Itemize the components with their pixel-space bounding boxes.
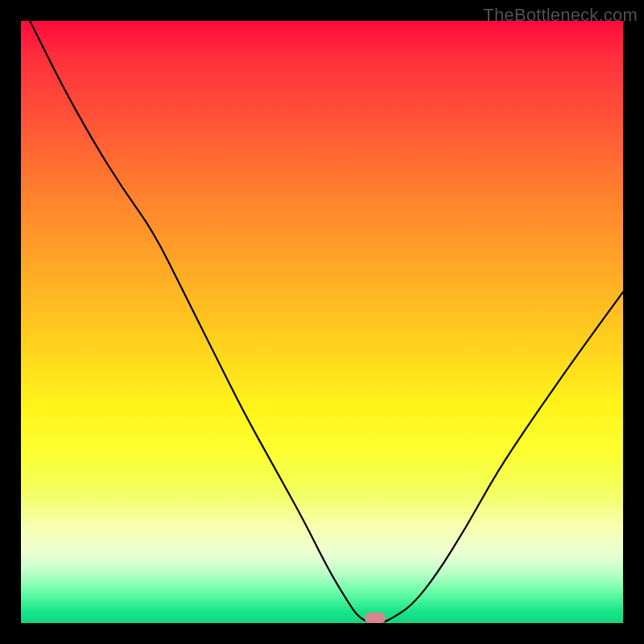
plot-area [21, 21, 623, 623]
bottleneck-curve [21, 21, 623, 623]
watermark-text: TheBottleneck.com [483, 5, 638, 26]
chart-container: TheBottleneck.com [0, 0, 644, 644]
optimal-marker [365, 613, 386, 623]
curve-path [21, 21, 623, 623]
